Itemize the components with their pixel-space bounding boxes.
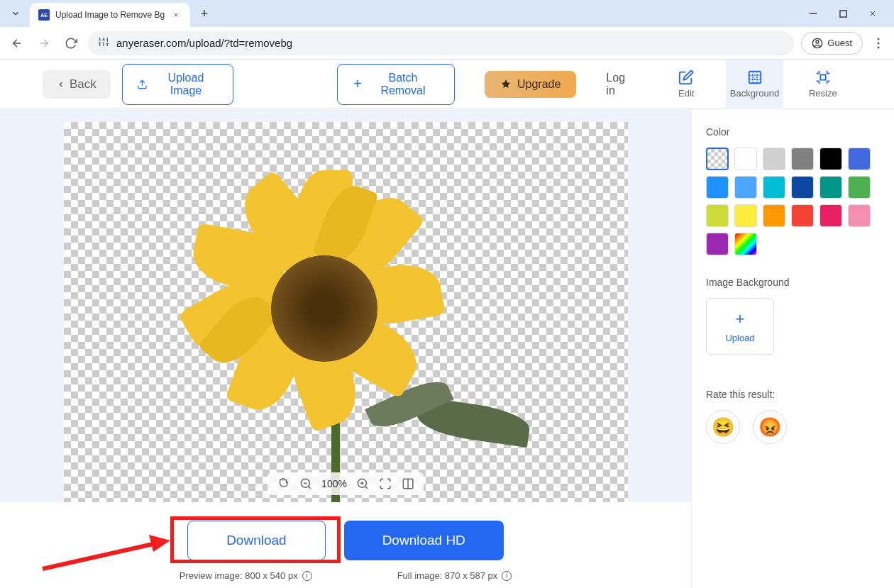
rating-happy-button[interactable]: 😆: [706, 410, 740, 444]
fullscreen-icon[interactable]: [378, 477, 392, 491]
zoom-in-icon[interactable]: [355, 477, 370, 491]
result-image: [182, 163, 509, 461]
svg-rect-3: [839, 10, 846, 16]
color-swatch-red[interactable]: [791, 204, 814, 227]
upload-label: Upload Image: [153, 72, 219, 97]
color-section-title: Color: [706, 126, 880, 138]
color-swatch-light-gray[interactable]: [763, 148, 785, 170]
download-hd-button[interactable]: Download HD: [344, 521, 504, 560]
svg-point-20: [878, 42, 880, 44]
background-panel: Color Image Background + Upload Rate thi…: [691, 109, 894, 588]
rate-title: Rate this result:: [706, 389, 880, 400]
color-swatch-pink-red[interactable]: [820, 204, 842, 227]
tab-edit[interactable]: Edit: [658, 60, 714, 109]
guest-profile-button[interactable]: Guest: [801, 32, 863, 55]
upgrade-button[interactable]: Upgrade: [485, 71, 576, 98]
svg-point-18: [816, 40, 819, 43]
back-label: Back: [70, 77, 96, 91]
pan-icon[interactable]: [276, 477, 290, 491]
browser-tab-strip: AE Upload Image to Remove Bg +: [0, 0, 894, 27]
full-size-info: Full image: 870 x 587 px i: [397, 570, 512, 581]
tab-background[interactable]: Background: [726, 60, 783, 109]
nav-back-icon[interactable]: [7, 33, 27, 53]
tab-edit-label: Edit: [678, 88, 694, 99]
tab-resize[interactable]: Resize: [795, 60, 851, 109]
compare-icon[interactable]: [401, 477, 415, 491]
info-icon[interactable]: i: [502, 571, 512, 581]
url-text: anyeraser.com/upload/?td=removebg: [116, 37, 292, 49]
color-swatch-black[interactable]: [820, 148, 842, 170]
color-grid: [706, 148, 880, 255]
nav-reload-icon[interactable]: [61, 33, 81, 53]
close-window-icon[interactable]: [864, 5, 881, 22]
color-swatch-teal[interactable]: [820, 176, 842, 199]
image-background-title: Image Background: [706, 277, 880, 288]
batch-label: Batch Removal: [368, 72, 438, 97]
svg-line-30: [309, 486, 311, 488]
svg-rect-23: [749, 72, 761, 84]
minimize-icon[interactable]: [805, 5, 822, 22]
color-swatch-rainbow[interactable]: [734, 233, 757, 255]
color-swatch-sky-blue[interactable]: [706, 176, 729, 199]
zoom-out-icon[interactable]: [299, 477, 313, 491]
color-swatch-pink[interactable]: [848, 204, 871, 227]
nav-forward-icon: [34, 33, 54, 53]
canvas-controls: 100%: [267, 472, 424, 495]
zoom-value: 100%: [321, 478, 347, 489]
tab-search-dropdown[interactable]: [6, 4, 26, 23]
preview-size-info: Preview image: 800 x 540 px i: [180, 570, 312, 581]
color-swatch-green[interactable]: [848, 176, 871, 199]
color-swatch-orange[interactable]: [763, 204, 785, 227]
svg-line-33: [365, 486, 367, 488]
back-button[interactable]: Back: [43, 70, 111, 99]
svg-rect-28: [820, 74, 825, 79]
color-swatch-purple[interactable]: [706, 233, 729, 255]
color-swatch-yellow[interactable]: [734, 204, 757, 227]
guest-label: Guest: [827, 38, 852, 48]
color-swatch-white[interactable]: [734, 148, 757, 170]
color-swatch-cyan[interactable]: [763, 176, 785, 199]
download-section: Download Download HD Preview image: 800 …: [0, 502, 691, 588]
new-tab-button[interactable]: +: [194, 4, 214, 23]
upgrade-label: Upgrade: [517, 78, 561, 91]
rating-angry-button[interactable]: 😡: [753, 410, 787, 444]
download-button[interactable]: Download: [187, 521, 326, 560]
browser-menu-icon[interactable]: [870, 38, 887, 49]
tab-favicon: AE: [38, 9, 50, 21]
color-swatch-transparent[interactable]: [706, 148, 729, 170]
svg-point-19: [878, 38, 880, 40]
site-settings-icon[interactable]: [98, 36, 109, 50]
batch-removal-button[interactable]: + Batch Removal: [337, 64, 455, 105]
app-toolbar: Back Upload Image + Batch Removal Upgrad…: [0, 60, 894, 109]
upload-background-button[interactable]: + Upload: [706, 298, 774, 355]
color-swatch-lime[interactable]: [706, 204, 729, 227]
upload-bg-label: Upload: [725, 333, 754, 343]
color-swatch-navy[interactable]: [791, 176, 814, 199]
browser-tab[interactable]: AE Upload Image to Remove Bg: [30, 3, 190, 27]
login-link[interactable]: Log in: [606, 72, 635, 97]
plus-icon: +: [736, 310, 745, 328]
image-canvas[interactable]: 100%: [64, 122, 628, 502]
color-swatch-blue[interactable]: [848, 148, 871, 170]
color-swatch-gray[interactable]: [791, 148, 814, 170]
browser-toolbar: anyeraser.com/upload/?td=removebg Guest: [0, 27, 894, 60]
canvas-area: 100% Download Download HD Preview image:…: [0, 109, 691, 588]
color-swatch-light-blue[interactable]: [734, 176, 757, 199]
tab-close-icon[interactable]: [170, 9, 182, 21]
tab-title: Upload Image to Remove Bg: [55, 10, 165, 20]
svg-point-21: [878, 46, 880, 48]
svg-marker-39: [149, 535, 170, 552]
tab-resize-label: Resize: [809, 88, 837, 99]
maximize-icon[interactable]: [834, 5, 851, 22]
tab-background-label: Background: [730, 88, 779, 99]
info-icon[interactable]: i: [302, 571, 312, 581]
address-bar[interactable]: anyeraser.com/upload/?td=removebg: [88, 31, 794, 55]
upload-image-button[interactable]: Upload Image: [122, 64, 233, 105]
svg-line-38: [43, 543, 156, 569]
annotation-arrow-icon: [35, 533, 170, 576]
